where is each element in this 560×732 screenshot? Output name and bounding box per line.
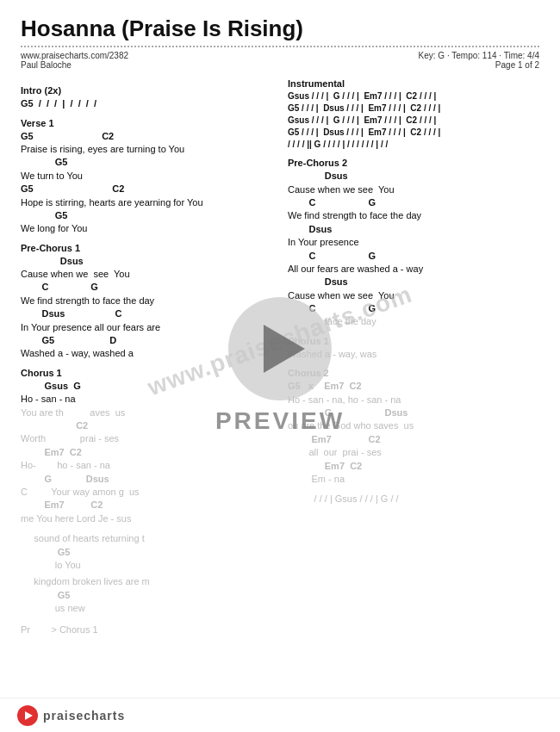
chord-line: Dsus [288, 170, 539, 183]
chord-line: Gsus / / / | G / / / | Em7 / / / | C2 / … [288, 115, 539, 127]
logo-play-icon [17, 705, 38, 726]
chord-line: G5 [21, 156, 272, 169]
lyric-line: sound of hearts returning t [21, 532, 272, 545]
lyric-line: We find strength to face the day [288, 209, 539, 222]
tempo: Tempo: 114 [451, 51, 496, 60]
lyric-line: me You here Lord Je - sus [21, 512, 272, 525]
section-title-pre-chorus2: Pre-Chorus 2 [288, 158, 539, 168]
chord-line: G5 C2 [21, 183, 272, 195]
section-bottom-left: sound of hearts returning t G5 lo You ki… [21, 532, 272, 615]
chord-line: Em7 C2 [288, 460, 539, 473]
preview-label: PREVIEW [215, 407, 345, 435]
play-area[interactable]: PREVIEW [215, 297, 345, 435]
praise-logo: praisecharts [17, 705, 125, 726]
lyric-line: all our prai - ses [288, 446, 539, 459]
section-title-pre-chorus1: Pre-Chorus 1 [21, 243, 272, 253]
lyric-line: We turn to You [21, 170, 272, 183]
meta-left: www.praisecharts.com/2382 Paul Baloche [21, 51, 128, 70]
chord-line: Em7 C2 [21, 446, 272, 459]
section-bottom-label: Pr > Chorus 1 [21, 623, 272, 636]
chord-line: G5 C2 [21, 130, 272, 143]
play-button[interactable] [228, 297, 332, 400]
lyric-line: We long for You [21, 222, 272, 235]
chord-line: C G [21, 281, 272, 294]
chord-line: G5 / / / | Dsus / / / | Em7 / / / | C2 /… [288, 127, 539, 139]
url: www.praisecharts.com/2382 [21, 51, 128, 60]
lyric-line: Hope is stirring, hearts are yearning fo… [21, 196, 272, 209]
chord-line: C G [288, 196, 539, 209]
chord-line: G5 / / / | / / / / [21, 97, 272, 110]
logo-play-triangle [25, 711, 33, 720]
bottom-bar: praisecharts [0, 698, 560, 732]
meta-right: Key: G · Tempo: 114 · Time: 4/4 Page 1 o… [419, 51, 539, 70]
author: Paul Baloche [21, 60, 72, 70]
lyric-line: All our fears are washed a - way [288, 263, 539, 276]
title: Hosanna (Praise Is Rising) [21, 16, 539, 42]
section-title-instrumental: Instrumental [288, 78, 539, 89]
lyric-line: Ho- ho - san - na [21, 459, 272, 472]
chord-line: G5 [21, 546, 272, 559]
lyric-line: Cause when we see You [288, 183, 539, 196]
lyric-line: us new [21, 602, 272, 615]
section-right-bottom: / / / | Gsus / / / | G / / [288, 493, 539, 506]
divider [21, 46, 539, 47]
section-verse1: Verse 1 G5 C2 Praise is rising, eyes are… [21, 118, 272, 236]
chord-line: Gsus / / / | G / / / | Em7 / / / | C2 / … [288, 90, 539, 102]
lyric-line: lo You [21, 559, 272, 572]
chord-line: Em7 C2 [21, 499, 272, 512]
chord-line: / / / / || G / / / / | / / / / / / | / / [288, 139, 539, 151]
lyric-line: Em - na [288, 473, 539, 486]
chord-line: C G [288, 250, 539, 263]
time: Time: 4/4 [504, 51, 539, 60]
section-intro: Intro (2x) G5 / / / | / / / / [21, 85, 272, 110]
page: Hosanna (Praise Is Rising) www.praisecha… [0, 0, 560, 732]
chord-line: Dsus [288, 223, 539, 236]
chord-line: G5 [21, 589, 272, 602]
lyric-line: C Your way amon g us [21, 486, 272, 499]
lyric-line: Cause when we see You [21, 268, 272, 281]
chord-line: Em7 C2 [288, 433, 539, 446]
chord-line: Dsus [21, 255, 272, 268]
chord-line: G Dsus [21, 473, 272, 486]
page-num: Page 1 of 2 [495, 60, 539, 70]
lyric-line: In Your presence [288, 236, 539, 249]
chord-line: Dsus [288, 276, 539, 288]
chord-line: G5 / / / | Dsus / / / | Em7 / / / | C2 /… [288, 102, 539, 115]
section-title-verse1: Verse 1 [21, 118, 272, 128]
section-title-intro: Intro (2x) [21, 85, 272, 96]
bottom-label: Pr > Chorus 1 [21, 623, 272, 636]
meta-row: www.praisecharts.com/2382 Paul Baloche K… [21, 51, 539, 70]
play-icon [264, 325, 305, 373]
logo-name: praisecharts [43, 709, 125, 723]
chord-line: G5 [21, 209, 272, 222]
lyric-line: kingdom broken lives are m [21, 575, 272, 588]
section-instrumental: Instrumental Gsus / / / | G / / / | Em7 … [288, 78, 539, 151]
lyric-line: Praise is rising, eyes are turning to Yo… [21, 143, 272, 156]
lyric-line: / / / | Gsus / / / | G / / [288, 493, 539, 506]
key: Key: G [419, 51, 445, 60]
